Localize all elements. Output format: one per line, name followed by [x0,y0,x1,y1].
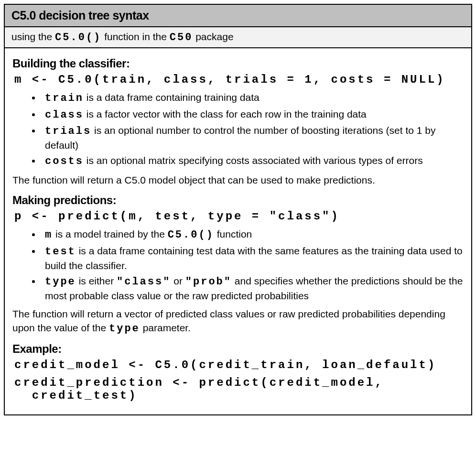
param-name: costs [45,155,84,167]
subheader-suffix: package [193,31,233,42]
subheader-prefix: using the [11,31,55,42]
box-content: Building the classifier: m <- C5.0(train… [5,48,471,414]
build-note: The function will return a C5.0 model ob… [12,174,464,187]
box-title: C5.0 decision tree syntax [11,9,149,22]
list-item: m is a model trained by the C5.0() funct… [41,228,464,242]
param-name: m [45,229,53,241]
example-line-2: credit_prediction <- predict(credit_mode… [14,376,464,389]
predict-title: Making predictions: [12,194,464,207]
note-text: The function will return a vector of pre… [12,308,445,333]
list-item: class is a factor vector with the class … [41,108,464,122]
syntax-box: C5.0 decision tree syntax using the C5.0… [4,4,472,415]
subheader-pkg: C50 [170,32,193,44]
param-desc: is an optional number to control the num… [45,125,435,151]
subheader-mid: function in the [101,31,169,42]
list-item: train is a data frame containing trainin… [41,91,464,106]
param-name: class [45,109,84,121]
build-code: m <- C5.0(train, class, trials = 1, cost… [14,73,464,86]
param-name: test [45,246,76,258]
box-header: C5.0 decision tree syntax [5,5,471,27]
list-item: costs is an optional matrix specifying c… [41,154,464,169]
param-desc: is a data frame containing test data wit… [45,245,463,271]
param-val: "class" [117,276,171,288]
param-desc: is a model trained by the [53,228,167,239]
param-desc: or [171,275,185,286]
build-title: Building the classifier: [12,57,464,70]
param-name: type [45,276,76,288]
param-desc: is a data frame containing training data [84,92,260,103]
param-desc: is a factor vector with the class for ea… [84,109,367,120]
param-desc: is either [76,275,117,286]
param-fn: C5.0() [168,229,214,241]
predict-code: p <- predict(m, test, type = "class") [14,210,464,223]
build-params-list: train is a data frame containing trainin… [12,91,464,169]
predict-params-list: m is a model trained by the C5.0() funct… [12,228,464,303]
param-desc: function [214,228,252,239]
example-title: Example: [12,342,464,356]
note-text: parameter. [140,322,191,333]
list-item: test is a data frame containing test dat… [41,244,464,272]
param-val: "prob" [185,276,232,288]
box-subheader: using the C5.0() function in the C50 pac… [5,27,471,48]
example-line-1: credit_model <- C5.0(credit_train, loan_… [14,359,464,371]
predict-note: The function will return a vector of pre… [12,307,464,336]
list-item: trials is an optional number to control … [41,124,464,152]
subheader-fn: C5.0() [55,32,101,44]
example-line-3: credit_test) [14,389,464,402]
note-code: type [109,323,140,335]
param-desc: is an optional matrix specifying costs a… [84,155,423,166]
list-item: type is either "class" or "prob" and spe… [41,274,464,303]
param-name: trials [45,125,91,137]
param-name: train [45,92,84,104]
